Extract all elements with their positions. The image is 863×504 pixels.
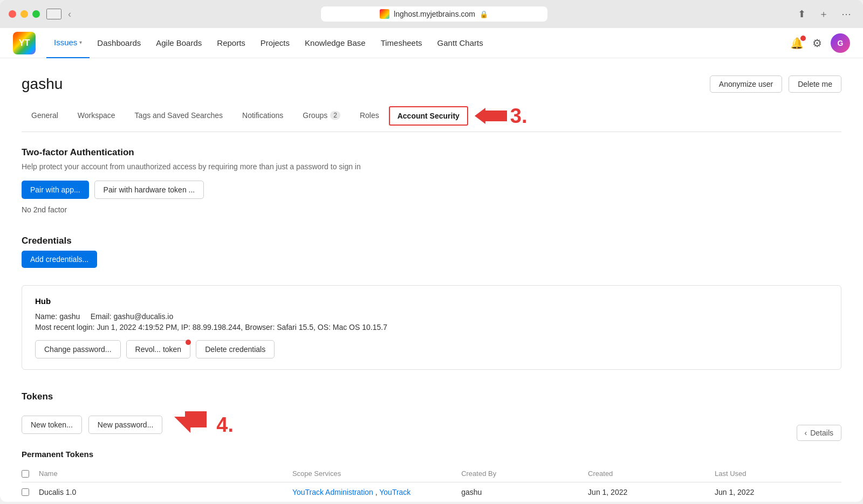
row-scope: YouTrack Administration , YouTrack	[292, 488, 461, 496]
hub-name-label: Name:	[35, 312, 57, 321]
maximize-button[interactable]	[32, 10, 40, 18]
browser-actions: ⬆ ＋ ⋯	[794, 6, 854, 22]
row-checkbox[interactable]	[22, 488, 29, 496]
tab-groups[interactable]: Groups 2	[293, 106, 350, 132]
add-credentials-button[interactable]: Add credentials...	[22, 251, 97, 268]
tabs: General Workspace Tags and Saved Searche…	[22, 106, 841, 132]
page-header: gashu Anonymize user Delete me	[22, 75, 841, 93]
hub-title: Hub	[35, 296, 828, 306]
credentials-title: Credentials	[22, 236, 841, 246]
new-token-button[interactable]: New token...	[22, 416, 82, 434]
revoke-token-button[interactable]: Revol... token	[126, 340, 191, 358]
hub-login-value: Jun 1, 2022 4:19:52 PM, IP: 88.99.198.24…	[97, 323, 387, 332]
permanent-tokens-title: Permanent Tokens	[22, 450, 841, 459]
hub-login-info: Most recent login: Jun 1, 2022 4:19:52 P…	[35, 323, 828, 332]
change-password-button[interactable]: Change password...	[35, 340, 121, 358]
user-avatar[interactable]: G	[831, 33, 850, 53]
header-last-used: Last Used	[715, 470, 841, 478]
annotation-number-3: 3.	[510, 106, 528, 126]
chevron-left-icon: ‹	[805, 429, 807, 437]
notification-badge	[800, 36, 806, 41]
credentials-actions: Change password... Revol... token Delete…	[35, 340, 828, 358]
arrow-pointing-left-down-icon	[169, 409, 212, 441]
tokens-table: Name Scope Services Created By Created L…	[22, 465, 841, 502]
arrow-pointing-left-icon	[475, 108, 507, 124]
traffic-lights	[9, 10, 40, 18]
delete-me-button[interactable]: Delete me	[789, 75, 841, 93]
site-favicon	[380, 9, 389, 19]
tokens-header-row: Tokens New token... New password... 4.	[22, 391, 841, 441]
page-actions: Anonymize user Delete me	[710, 75, 841, 93]
back-button[interactable]: ‹	[66, 9, 73, 20]
nav-item-issues[interactable]: Issues ▾	[46, 28, 90, 58]
scope-youtrack-link[interactable]: YouTrack	[379, 488, 410, 496]
svg-marker-0	[475, 108, 507, 124]
tab-notifications[interactable]: Notifications	[232, 106, 293, 132]
page-content: gashu Anonymize user Delete me General W…	[0, 58, 863, 502]
pair-with-app-button[interactable]: Pair with app...	[22, 181, 89, 199]
tokens-title: Tokens	[22, 391, 234, 402]
url-text: lnghost.myjetbrains.com	[394, 10, 475, 18]
scope-youtrack-admin-link[interactable]: YouTrack Administration	[292, 488, 373, 496]
pair-with-hardware-token-button[interactable]: Pair with hardware token ...	[94, 181, 204, 199]
app-window: YT Issues ▾ Dashboards Agile Boards Repo…	[0, 28, 863, 502]
tab-workspace[interactable]: Workspace	[68, 106, 125, 132]
tab-tags-saved-searches[interactable]: Tags and Saved Searches	[125, 106, 232, 132]
nav-item-dashboards[interactable]: Dashboards	[90, 28, 148, 58]
two-factor-description: Help protect your account from unauthori…	[22, 162, 841, 171]
row-last-used: Jun 1, 2022	[715, 488, 841, 496]
sidebar-toggle-button[interactable]	[46, 9, 61, 19]
header-name: Name	[39, 470, 292, 478]
tab-account-security[interactable]: Account Security	[389, 106, 468, 126]
logo-icon: YT	[13, 32, 36, 54]
tab-roles[interactable]: Roles	[350, 106, 389, 132]
hub-name-info: Name: gashu Email: gashu@ducalis.io	[35, 312, 828, 321]
header-created-by: Created By	[461, 470, 588, 478]
details-button[interactable]: ‹ Details	[797, 425, 841, 441]
minimize-button[interactable]	[20, 10, 28, 18]
tab-general[interactable]: General	[22, 106, 68, 132]
annotation-3-area: 3.	[475, 106, 528, 126]
header-checkbox-cell	[22, 470, 39, 478]
row-created-by: gashu	[461, 488, 588, 496]
table-row: Ducalis 1.0 YouTrack Administration , Yo…	[22, 482, 841, 502]
nav-item-agile-boards[interactable]: Agile Boards	[148, 28, 209, 58]
notifications-button[interactable]: 🔔	[790, 37, 804, 50]
nav-item-projects[interactable]: Projects	[253, 28, 297, 58]
row-created: Jun 1, 2022	[588, 488, 715, 496]
delete-credentials-button[interactable]: Delete credentials	[196, 340, 275, 358]
two-factor-buttons: Pair with app... Pair with hardware toke…	[22, 181, 841, 199]
share-button[interactable]: ⬆	[794, 7, 809, 21]
select-all-checkbox[interactable]	[22, 470, 29, 478]
credentials-section: Credentials Add credentials... Hub Name:…	[22, 236, 841, 370]
no-factor-text: No 2nd factor	[22, 205, 841, 214]
hub-login-label: Most recent login:	[35, 323, 95, 332]
nav-item-timesheets[interactable]: Timesheets	[373, 28, 430, 58]
url-bar[interactable]: lnghost.myjetbrains.com 🔒	[321, 6, 547, 22]
nav-right: 🔔 ⚙ G	[790, 33, 850, 53]
two-factor-section: Two-factor Authentication Help protect y…	[22, 147, 841, 214]
row-checkbox-cell	[22, 488, 39, 496]
header-scope: Scope Services	[292, 470, 461, 478]
tokens-buttons: New token... New password... 4.	[22, 409, 234, 441]
lock-icon: 🔒	[480, 10, 488, 18]
two-factor-title: Two-factor Authentication	[22, 147, 841, 158]
app-logo[interactable]: YT	[13, 32, 36, 54]
nav-item-knowledge-base[interactable]: Knowledge Base	[297, 28, 373, 58]
new-password-button[interactable]: New password...	[88, 416, 162, 434]
new-tab-button[interactable]: ＋	[816, 6, 832, 22]
issues-dropdown-icon: ▾	[79, 39, 82, 45]
close-button[interactable]	[9, 10, 16, 18]
credentials-hub-card: Hub Name: gashu Email: gashu@ducalis.io …	[22, 285, 841, 370]
top-nav: YT Issues ▾ Dashboards Agile Boards Repo…	[0, 28, 863, 58]
header-created: Created	[588, 470, 715, 478]
nav-item-reports[interactable]: Reports	[209, 28, 253, 58]
anonymize-user-button[interactable]: Anonymize user	[710, 75, 782, 93]
more-options-button[interactable]: ⋯	[838, 7, 854, 21]
nav-items: Issues ▾ Dashboards Agile Boards Reports…	[46, 28, 790, 58]
nav-item-gantt-charts[interactable]: Gantt Charts	[430, 28, 491, 58]
row-name: Ducalis 1.0	[39, 488, 292, 496]
hub-email-label: Email:	[91, 312, 112, 321]
annotation-4-area: 4.	[169, 409, 234, 441]
settings-button[interactable]: ⚙	[812, 37, 822, 50]
